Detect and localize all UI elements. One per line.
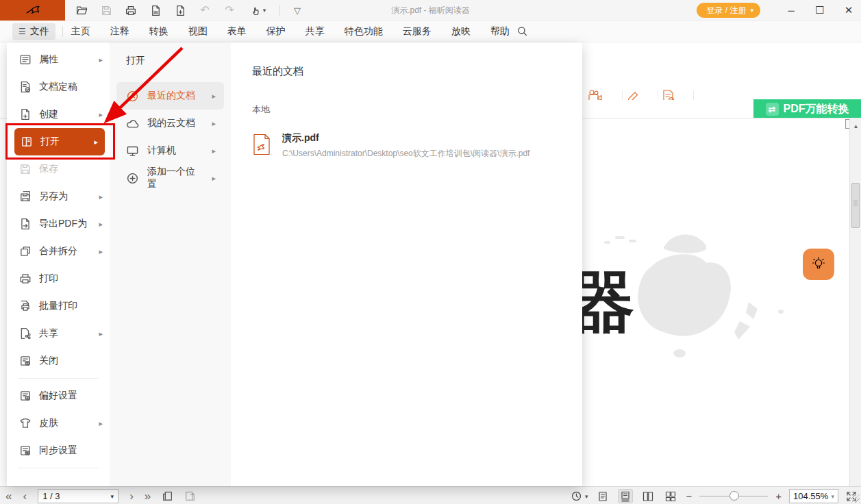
prev-page-button[interactable]: ‹ bbox=[23, 490, 27, 503]
next-view-icon[interactable] bbox=[184, 490, 196, 502]
scroll-up-icon[interactable]: ▲ bbox=[850, 123, 861, 129]
login-register-button[interactable]: 登录 / 注册 ▾ bbox=[697, 3, 760, 18]
menu-item-label: 导出PDF为 bbox=[39, 218, 87, 230]
first-page-button[interactable]: « bbox=[5, 490, 12, 503]
tab-separator bbox=[62, 26, 63, 37]
tab-protect[interactable]: 保护 bbox=[266, 25, 286, 38]
menu-item-properties[interactable]: 属性 ▸ bbox=[7, 46, 110, 73]
submenu-arrow-icon: ▸ bbox=[99, 419, 103, 428]
hand-tool-caret-icon: ▾ bbox=[263, 7, 266, 14]
open-item-label: 添加一个位置 bbox=[147, 166, 203, 190]
open-item-add-place[interactable]: 添加一个位置 ▸ bbox=[116, 164, 224, 192]
redo-icon[interactable]: ↷ bbox=[222, 3, 237, 18]
tab-convert[interactable]: 转换 bbox=[149, 25, 169, 38]
pdf-convert-button[interactable]: ⇄ PDF万能转换 bbox=[753, 99, 861, 118]
convert-button-label: PDF万能转换 bbox=[784, 102, 849, 116]
open-item-cloud-docs[interactable]: 我的云文档 ▸ bbox=[116, 110, 224, 137]
menu-item-label: 保存 bbox=[39, 163, 58, 175]
hand-tool-icon[interactable]: ▾ bbox=[247, 3, 270, 18]
tab-slideshow[interactable]: 放映 bbox=[451, 25, 471, 38]
undo-icon[interactable]: ↶ bbox=[197, 3, 212, 18]
open-item-label: 最近的文档 bbox=[147, 90, 195, 102]
maximize-button[interactable]: ☐ bbox=[814, 4, 825, 16]
open-item-label: 计算机 bbox=[147, 144, 176, 157]
menu-item-share[interactable]: 共享 ▸ bbox=[7, 320, 110, 347]
open-book-icon bbox=[21, 136, 33, 148]
tab-home[interactable]: 主页 bbox=[71, 25, 90, 38]
lightbulb-icon bbox=[810, 255, 827, 273]
menu-item-preferences[interactable]: 偏好设置 bbox=[7, 382, 110, 410]
menu-item-merge-split[interactable]: 合并拆分 ▸ bbox=[7, 238, 110, 265]
batch-print-icon bbox=[19, 300, 32, 312]
save-icon[interactable] bbox=[99, 3, 114, 18]
menu-item-sync-settings[interactable]: 同步设置 bbox=[7, 437, 110, 464]
zoom-slider[interactable] bbox=[699, 489, 768, 503]
status-bar: « ‹ 1 / 3 ▾ › » ▾ − bbox=[0, 486, 861, 504]
plus-circle-icon bbox=[126, 172, 139, 185]
tab-comment[interactable]: 注释 bbox=[110, 25, 129, 38]
menu-divider bbox=[18, 378, 99, 379]
page-indicator-box[interactable]: 1 / 3 ▾ bbox=[38, 489, 118, 503]
tab-share[interactable]: 共享 bbox=[305, 25, 325, 38]
vertical-scrollbar[interactable]: ▲ bbox=[849, 118, 861, 486]
login-label: 登录 / 注册 bbox=[706, 5, 746, 16]
scan-document-icon[interactable] bbox=[148, 3, 163, 18]
menu-divider bbox=[18, 468, 99, 468]
zoom-in-button[interactable]: + bbox=[775, 490, 782, 502]
open-item-label: 我的云文档 bbox=[147, 117, 195, 129]
assistant-bulb-button[interactable] bbox=[803, 249, 834, 280]
local-section-label: 本地 bbox=[252, 103, 582, 116]
menu-item-create[interactable]: 创建 ▸ bbox=[7, 101, 110, 128]
tab-cloud[interactable]: 云服务 bbox=[403, 25, 432, 38]
new-document-icon[interactable] bbox=[173, 3, 188, 18]
recent-documents-panel: 最近的文档 本地 演示.pdf C:\Users\Administrator\D… bbox=[231, 42, 582, 486]
quick-access-toolbar: ↶ ↷ ▾ ▽ bbox=[68, 0, 305, 21]
scrollbar-thumb[interactable] bbox=[851, 183, 860, 228]
zoom-slider-knob[interactable] bbox=[729, 491, 739, 501]
menu-item-export-pdf[interactable]: 导出PDF为 ▸ bbox=[7, 210, 110, 238]
single-page-view-icon[interactable] bbox=[595, 489, 610, 503]
open-file-icon[interactable] bbox=[74, 3, 89, 18]
minimize-button[interactable]: ─ bbox=[786, 5, 797, 16]
print-icon[interactable] bbox=[123, 3, 138, 18]
recent-file-item[interactable]: 演示.pdf C:\Users\Administrator\Desktop\se… bbox=[252, 132, 582, 160]
menu-item-open[interactable]: 打开 ▸ bbox=[14, 128, 105, 155]
resize-grip[interactable] bbox=[851, 494, 860, 503]
next-page-button[interactable]: › bbox=[129, 490, 134, 503]
zoom-out-button[interactable]: − bbox=[686, 490, 692, 502]
submenu-arrow-icon: ▸ bbox=[99, 247, 103, 256]
menu-item-print[interactable]: 打印 bbox=[7, 265, 110, 292]
customize-qat-icon[interactable]: ▽ bbox=[290, 3, 305, 18]
tab-view[interactable]: 视图 bbox=[188, 25, 208, 38]
open-submenu-panel: 打开 最近的文档 ▸ 我的云文档 ▸ 计算机 ▸ 添加一个位置 ▸ bbox=[110, 42, 231, 486]
facing-view-icon[interactable] bbox=[640, 489, 656, 503]
open-item-computer[interactable]: 计算机 ▸ bbox=[116, 137, 224, 164]
zoom-level-box[interactable]: 104.55% ▾ bbox=[789, 489, 838, 503]
tab-help[interactable]: 帮助 bbox=[490, 25, 510, 38]
menu-item-skin[interactable]: 皮肤 ▸ bbox=[7, 410, 110, 437]
facing-continuous-view-icon[interactable] bbox=[663, 489, 678, 503]
menu-item-close[interactable]: 关闭 bbox=[7, 347, 110, 375]
search-icon[interactable] bbox=[516, 25, 528, 37]
close-button[interactable]: ✕ bbox=[843, 4, 854, 16]
menu-item-save-as[interactable]: 另存为 ▸ bbox=[7, 183, 110, 210]
continuous-view-icon[interactable] bbox=[618, 489, 633, 503]
foxit-logo[interactable] bbox=[0, 0, 65, 21]
tab-features[interactable]: 特色功能 bbox=[345, 25, 383, 38]
tab-form[interactable]: 表单 bbox=[227, 25, 247, 38]
menu-item-label: 批量打印 bbox=[39, 300, 77, 312]
page-navigation: « ‹ 1 / 3 ▾ › » bbox=[5, 489, 196, 503]
menu-item-label: 属性 bbox=[39, 53, 58, 66]
reading-timer-icon[interactable]: ▾ bbox=[571, 490, 588, 502]
menu-item-save[interactable]: 保存 bbox=[7, 155, 110, 183]
last-page-button[interactable]: » bbox=[145, 490, 151, 503]
file-menu-button[interactable]: ☰ 文件 bbox=[12, 23, 55, 40]
recent-file-path: C:\Users\Administrator\Desktop\seo软文工作培训… bbox=[282, 148, 529, 160]
open-item-recent[interactable]: 最近的文档 ▸ bbox=[116, 82, 224, 110]
save-icon bbox=[19, 163, 32, 175]
monitor-icon bbox=[126, 144, 139, 158]
prev-view-icon[interactable] bbox=[162, 490, 173, 502]
menu-item-finalize[interactable]: 文档定稿 bbox=[7, 73, 110, 101]
menu-item-batch-print[interactable]: 批量打印 bbox=[7, 292, 110, 320]
submenu-arrow-icon: ▸ bbox=[99, 110, 103, 119]
